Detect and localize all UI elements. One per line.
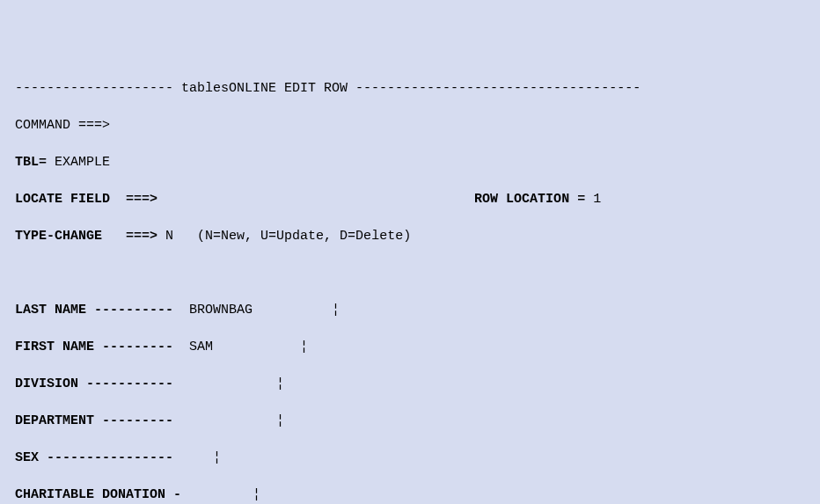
charitable-value[interactable]: ¦ [189,487,260,502]
division-value[interactable]: ¦ [189,376,284,391]
row-location-value: 1 [593,192,601,207]
field-charitable: CHARITABLE DONATION - ¦ [7,486,813,504]
department-label: DEPARTMENT --------- [15,413,173,428]
field-department: DEPARTMENT --------- ¦ [7,412,813,430]
last-name-label: LAST NAME ---------- [15,303,173,318]
tbl-label: TBL= [15,155,47,170]
first-name-label: FIRST NAME --------- [15,340,173,354]
type-change-line: TYPE-CHANGE ===> N (N=New, U=Update, D=D… [7,227,813,245]
title-line: -------------------- tablesONLINE EDIT R… [7,79,813,98]
first-name-value[interactable]: SAM ¦ [189,340,308,354]
field-last-name: LAST NAME ---------- BROWNBAG ¦ [7,301,813,319]
screen-title: tablesONLINE EDIT ROW [181,81,348,96]
last-name-value[interactable]: BROWNBAG ¦ [189,303,340,318]
type-change-label: TYPE-CHANGE ===> [15,229,157,244]
type-change-hint: (N=New, U=Update, D=Delete) [197,229,411,244]
sex-label: SEX ---------------- [15,450,173,465]
department-value[interactable]: ¦ [189,413,284,428]
command-label: COMMAND ===> [15,116,110,135]
charitable-label: CHARITABLE DONATION - [15,487,181,502]
tbl-line: TBL= EXAMPLE [7,153,813,172]
locate-row-line: LOCATE FIELD ===> ROW LOCATION = 1 [7,190,813,208]
field-first-name: FIRST NAME --------- SAM ¦ [7,338,813,356]
field-division: DIVISION ----------- ¦ [7,375,813,393]
locate-field-label: LOCATE FIELD ===> [15,192,157,207]
division-label: DIVISION ----------- [15,376,173,391]
row-location-label: ROW LOCATION = [474,192,585,207]
field-sex: SEX ---------------- ¦ [7,449,813,467]
tbl-value: EXAMPLE [55,155,110,170]
command-line[interactable]: COMMAND ===> [7,116,813,135]
type-change-input[interactable]: N [165,229,173,244]
blank-line [7,264,813,282]
sex-value[interactable]: ¦ [189,450,221,465]
